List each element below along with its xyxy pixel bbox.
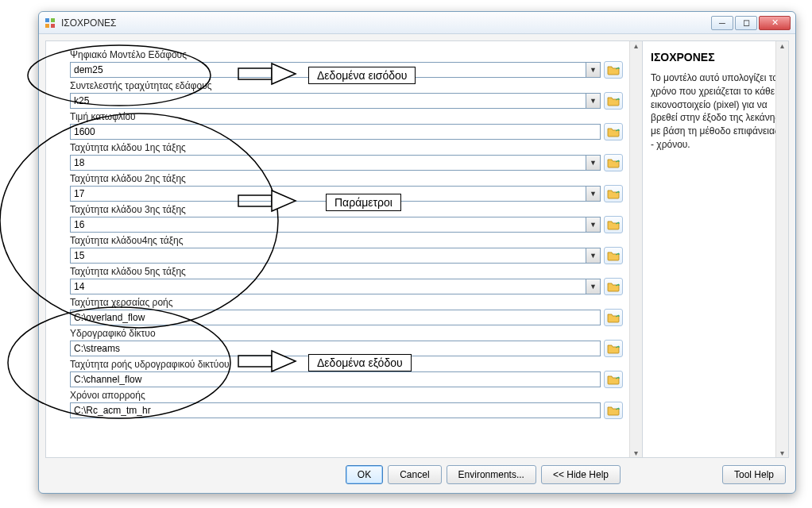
browse-button[interactable] [604,247,623,264]
field-input[interactable]: 14 [70,279,586,294]
help-body: Το μοντέλο αυτό υπολογίζει το χρόνο που … [651,71,780,152]
dropdown-button[interactable]: ▼ [586,248,601,264]
field-label: Ταχύτητα κλάδου4ης τάξης [70,235,623,246]
svg-rect-3 [51,24,55,28]
field-label: Ταχύτητα κλάδου 1ης τάξης [70,142,623,153]
help-pane: ΙΣΟΧΡΟΝΕΣ Το μοντέλο αυτό υπολογίζει το … [642,41,788,457]
browse-button[interactable] [604,340,623,357]
svg-rect-0 [45,18,49,22]
app-icon [44,17,56,29]
field-label: Υδρογραφικό δίκτυο [70,328,623,339]
field-input[interactable]: 15 [70,248,586,264]
annotation-input-label: Δεδομένα εισόδου [308,67,416,84]
cancel-button[interactable]: Cancel [388,465,441,484]
field-row: Υδρογραφικό δίκτυοC:\streams [70,328,623,357]
field-row: Συντελεστής τραχύτητας εδάφουςk25▼ [70,80,623,110]
dropdown-button[interactable]: ▼ [586,217,601,233]
browse-button[interactable] [604,371,623,388]
browse-button[interactable] [604,61,623,79]
help-scrollbar[interactable] [775,41,788,457]
svg-rect-2 [45,24,49,28]
environments-button[interactable]: Environments... [447,465,536,484]
browse-button[interactable] [604,278,623,295]
field-row: Ταχύτητα κλάδου 1ης τάξης18▼ [70,142,623,171]
field-input[interactable]: C:\Rc_acm_tm_hr [70,402,601,418]
field-label: Ταχύτητα κλάδου 5ης τάξης [70,266,623,277]
dropdown-button[interactable]: ▼ [586,186,601,202]
browse-button[interactable] [604,309,623,326]
ok-button[interactable]: OK [346,465,383,484]
titlebar[interactable]: ΙΣΟΧΡΟΝΕΣ ─ ◻ ✕ [39,12,795,34]
svg-rect-1 [51,18,55,22]
maximize-button[interactable]: ◻ [735,16,757,30]
field-label: Ταχύτητα χερσαίας ροής [70,297,623,308]
help-title: ΙΣΟΧΡΟΝΕΣ [651,51,780,64]
browse-button[interactable] [604,402,623,419]
hide-help-button[interactable]: << Hide Help [541,465,621,484]
field-input[interactable]: 16 [70,217,586,233]
tool-help-button[interactable]: Tool Help [722,465,786,484]
browse-button[interactable] [604,185,623,202]
field-input[interactable]: 1600 [70,124,601,140]
close-button[interactable]: ✕ [759,16,791,30]
browse-button[interactable] [604,154,623,171]
button-bar: OK Cancel Environments... << Hide Help T… [45,463,789,487]
field-row: Ταχύτητα κλάδου 5ης τάξης14▼ [70,266,623,295]
annotation-output-label: Δεδομένα εξόδου [308,354,412,371]
window-title: ΙΣΟΧΡΟΝΕΣ [61,17,117,29]
field-row: Ταχύτητα κλάδου4ης τάξης15▼ [70,235,623,264]
browse-button[interactable] [604,92,623,110]
field-label: Ψηφιακό Μοντέλο Εδάφους [70,49,623,60]
annotation-params-label: Παράμετροι [326,194,401,211]
field-input[interactable]: 18 [70,155,586,171]
field-input[interactable]: C:\channel_flow [70,371,601,387]
browse-button[interactable] [604,216,623,233]
minimize-button[interactable]: ─ [711,16,733,30]
form-scrollbar[interactable] [629,41,642,457]
form-pane: Ψηφιακό Μοντέλο Εδάφουςdem25▼Συντελεστής… [46,41,642,457]
field-label: Χρόνοι απορροής [70,390,623,401]
client-area: Ψηφιακό Μοντέλο Εδάφουςdem25▼Συντελεστής… [45,40,789,458]
dropdown-button[interactable]: ▼ [586,279,601,294]
field-row: Τιμή κατωφλίου1600 [70,111,623,140]
dropdown-button[interactable]: ▼ [586,62,601,78]
dropdown-button[interactable]: ▼ [586,93,601,109]
field-row: Ταχύτητα χερσαίας ροήςC:\overland_flow [70,297,623,326]
field-input[interactable]: k25 [70,93,586,109]
field-row: Χρόνοι απορροήςC:\Rc_acm_tm_hr [70,390,623,419]
field-label: Ταχύτητα κλάδου 2ης τάξης [70,173,623,184]
browse-button[interactable] [604,123,623,140]
dropdown-button[interactable]: ▼ [586,155,601,171]
field-input[interactable]: C:\overland_flow [70,310,601,325]
dialog-window: ΙΣΟΧΡΟΝΕΣ ─ ◻ ✕ Ψηφιακό Μοντέλο Εδάφουςd… [38,11,796,494]
field-label: Τιμή κατωφλίου [70,111,623,122]
